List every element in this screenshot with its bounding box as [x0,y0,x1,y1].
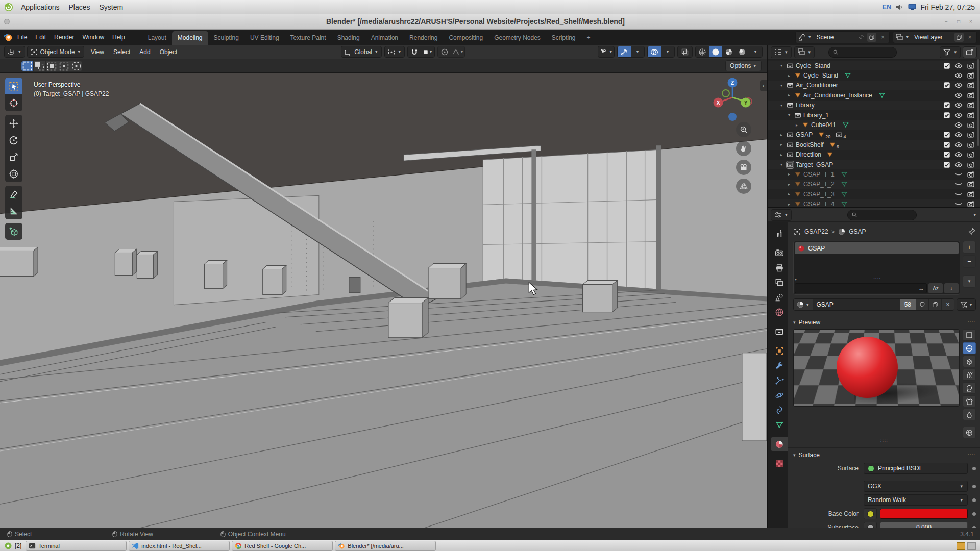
eye-closed-icon[interactable] [954,190,963,198]
checkbox-icon[interactable] [943,62,950,69]
taskbar-item[interactable]: index.html - Red_Shel... [129,541,230,551]
overlays-dropdown[interactable]: ▾ [661,46,674,57]
volume-icon[interactable] [895,3,904,12]
menu-help[interactable]: Help [108,32,129,43]
eye-open-icon[interactable] [954,81,963,89]
workspace-tab-animation[interactable]: Animation [365,31,404,45]
taskbar-item[interactable]: Red Shelf - Google Ch... [232,541,333,551]
expander-icon[interactable]: ▸ [777,153,786,157]
camera-icon[interactable] [967,161,975,169]
grip-handle[interactable]: ∷∷ [968,320,976,325]
preview-type-sphere[interactable] [963,342,976,354]
camera-icon[interactable] [967,151,975,159]
window-menu-button[interactable] [4,19,10,24]
shading-dropdown[interactable]: ▾ [749,46,762,57]
pin-scene-button[interactable] [856,33,866,42]
material-filter-button[interactable]: ▾ [957,298,976,311]
shading-solid-button[interactable] [709,46,722,57]
delete-scene-button[interactable]: × [878,33,887,42]
workspace-tab-uv-editing[interactable]: UV Editing [244,31,285,45]
properties-tab-tool[interactable] [771,227,788,240]
workspace-tab-layout[interactable]: Layout [142,31,172,45]
viewport-3d[interactable]: User Perspective (0) Target_GSAP | GSAP2… [0,73,767,528]
close-button[interactable]: × [966,17,976,26]
surface-panel-header[interactable]: ▾ Surface ∷∷ [793,449,976,461]
workspace-tab-sculpting[interactable]: Sculpting [208,31,244,45]
transform-orientation-selector[interactable]: Global ▾ [341,46,381,58]
camera-icon[interactable] [967,62,975,70]
distribution-dropdown[interactable]: GGX ▾ [864,481,968,492]
workspace-tab-texture-paint[interactable]: Texture Paint [285,31,332,45]
shading-rendered-button[interactable] [736,46,749,57]
workspace-1[interactable] [957,542,965,550]
base-color-swatch[interactable] [880,509,968,519]
nav-camera-view[interactable] [736,160,751,175]
expander-icon[interactable]: ▸ [785,73,793,78]
eye-open-icon[interactable] [954,161,963,169]
new-collection-button[interactable] [963,46,977,58]
properties-tab-texture[interactable] [771,457,788,470]
eye-open-icon[interactable] [954,62,963,70]
preview-world-button[interactable] [963,427,976,438]
tool-add-cube[interactable] [5,223,22,240]
desktop-menu-places[interactable]: Places [64,0,95,14]
window-title-bar[interactable]: Blender* [/media/arushrc22/ARUSH'S/Perso… [0,14,980,30]
expander-icon[interactable]: ▸ [793,123,801,128]
expander-icon[interactable]: ▸ [777,142,786,147]
expander-icon[interactable]: ▸ [785,172,793,177]
tool-cursor[interactable] [5,94,22,111]
sidebar-toggle[interactable]: ‹ [760,80,767,91]
eye-open-icon[interactable] [954,121,963,129]
properties-tab-view-layer[interactable] [771,276,788,289]
camera-icon[interactable] [967,180,975,188]
workspace-tab--[interactable]: + [581,31,596,45]
material-slot-list[interactable]: GSAP ▾ ∷∷ ↔ [793,241,960,295]
viewlayer-selector[interactable]: ▾ ViewLayer × [893,31,977,43]
expander-icon[interactable]: ▾ [777,83,786,88]
nav-toggle-ortho[interactable] [736,179,751,194]
properties-tab-collection[interactable] [771,324,788,338]
tool-select-box[interactable] [5,78,22,94]
eye-open-icon[interactable] [954,151,963,159]
properties-tab-modifiers[interactable] [771,359,788,372]
base-color-socket[interactable] [864,508,877,519]
eye-open-icon[interactable] [954,71,963,80]
expander-icon[interactable]: ▾ [777,162,786,167]
breadcrumb-material[interactable]: GSAP [849,228,866,235]
expander-icon[interactable]: ▸ [777,133,786,137]
properties-tab-material[interactable] [771,437,788,451]
workspace-2[interactable] [967,542,976,550]
expander-icon[interactable]: ▸ [785,192,793,196]
tool-measure[interactable] [5,203,22,219]
select-mode-select-box[interactable] [34,61,45,71]
slot-filter-input[interactable]: ↔ [795,283,927,293]
eye-open-icon[interactable] [954,91,963,99]
menu-edit[interactable]: Edit [31,32,50,43]
nav-pan[interactable] [736,141,751,156]
menu-render[interactable]: Render [50,32,78,43]
decorator-dot[interactable] [972,485,976,488]
properties-search[interactable] [847,210,917,220]
outliner-search[interactable] [828,47,897,58]
menu-file[interactable]: File [13,32,31,43]
properties-tab-scene[interactable] [771,290,788,304]
outliner-row[interactable]: ▸GSAP_T_1 [768,169,980,179]
outliner-display-mode[interactable]: ▾ [771,46,792,58]
checkbox-icon[interactable] [943,102,950,109]
minimize-button[interactable]: − [941,17,951,26]
camera-icon[interactable] [967,190,975,198]
editor-type-selector[interactable]: ▾ [4,46,25,58]
preview-type-shaderball[interactable] [963,382,976,394]
outliner-row[interactable]: ▸BookShelf6 [768,140,980,149]
nav-zoom[interactable] [736,122,751,137]
scene-selector[interactable]: ▾ Scene × [795,31,890,43]
expander-icon[interactable]: ▾ [777,63,786,68]
tool-move[interactable] [5,115,22,132]
eye-open-icon[interactable] [954,101,963,109]
checkbox-icon[interactable] [943,82,950,89]
grip-handle[interactable]: ∷∷ [968,453,976,458]
outliner-filter-mode[interactable]: ▾ [794,46,815,58]
expander-icon[interactable]: ▸ [785,202,793,207]
options-button[interactable]: Options ▾ [725,60,762,71]
unlink-material-button[interactable]: × [941,299,954,310]
